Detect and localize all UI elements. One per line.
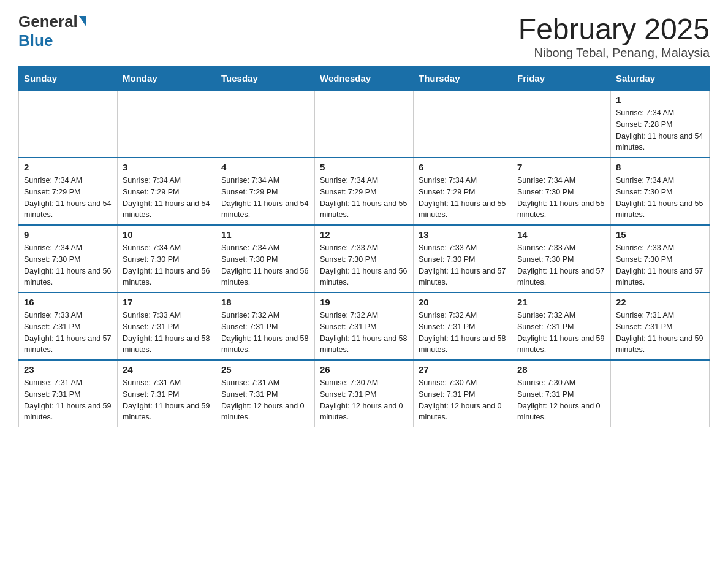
sun-info: Sunrise: 7:32 AMSunset: 7:31 PMDaylight:… bbox=[419, 310, 507, 356]
calendar-cell: 25Sunrise: 7:31 AMSunset: 7:31 PMDayligh… bbox=[216, 360, 315, 427]
calendar-cell: 14Sunrise: 7:33 AMSunset: 7:30 PMDayligh… bbox=[512, 225, 611, 293]
weekday-sunday: Sunday bbox=[19, 67, 118, 91]
weekday-friday: Friday bbox=[512, 67, 611, 91]
sun-info: Sunrise: 7:34 AMSunset: 7:29 PMDaylight:… bbox=[419, 175, 507, 221]
sun-info: Sunrise: 7:34 AMSunset: 7:30 PMDaylight:… bbox=[616, 175, 704, 221]
calendar-cell bbox=[118, 90, 216, 158]
calendar-cell: 24Sunrise: 7:31 AMSunset: 7:31 PMDayligh… bbox=[118, 360, 216, 427]
sun-info: Sunrise: 7:31 AMSunset: 7:31 PMDaylight:… bbox=[123, 377, 211, 423]
day-number: 15 bbox=[616, 229, 704, 240]
day-number: 7 bbox=[517, 162, 605, 172]
day-number: 13 bbox=[419, 229, 507, 240]
calendar-cell: 15Sunrise: 7:33 AMSunset: 7:30 PMDayligh… bbox=[611, 225, 710, 293]
day-number: 3 bbox=[123, 162, 211, 172]
sun-info: Sunrise: 7:33 AMSunset: 7:30 PMDaylight:… bbox=[419, 242, 507, 288]
calendar-cell: 18Sunrise: 7:32 AMSunset: 7:31 PMDayligh… bbox=[216, 293, 315, 360]
sun-info: Sunrise: 7:34 AMSunset: 7:28 PMDaylight:… bbox=[616, 107, 704, 153]
calendar-cell: 19Sunrise: 7:32 AMSunset: 7:31 PMDayligh… bbox=[315, 293, 414, 360]
sun-info: Sunrise: 7:33 AMSunset: 7:30 PMDaylight:… bbox=[616, 242, 704, 288]
day-number: 23 bbox=[24, 364, 112, 375]
week-row-4: 16Sunrise: 7:33 AMSunset: 7:31 PMDayligh… bbox=[19, 293, 710, 360]
day-number: 20 bbox=[419, 297, 507, 307]
calendar-cell bbox=[611, 360, 710, 427]
sun-info: Sunrise: 7:32 AMSunset: 7:31 PMDaylight:… bbox=[320, 310, 408, 356]
calendar-cell: 28Sunrise: 7:30 AMSunset: 7:31 PMDayligh… bbox=[512, 360, 611, 427]
calendar-cell: 3Sunrise: 7:34 AMSunset: 7:29 PMDaylight… bbox=[118, 158, 216, 225]
calendar-table: SundayMondayTuesdayWednesdayThursdayFrid… bbox=[18, 66, 710, 427]
sun-info: Sunrise: 7:34 AMSunset: 7:29 PMDaylight:… bbox=[24, 175, 112, 221]
calendar-cell: 21Sunrise: 7:32 AMSunset: 7:31 PMDayligh… bbox=[512, 293, 611, 360]
day-number: 8 bbox=[616, 162, 704, 172]
calendar-cell: 1Sunrise: 7:34 AMSunset: 7:28 PMDaylight… bbox=[611, 90, 710, 158]
sun-info: Sunrise: 7:31 AMSunset: 7:31 PMDaylight:… bbox=[616, 310, 704, 356]
sun-info: Sunrise: 7:31 AMSunset: 7:31 PMDaylight:… bbox=[24, 377, 112, 423]
calendar-cell: 20Sunrise: 7:32 AMSunset: 7:31 PMDayligh… bbox=[414, 293, 512, 360]
day-number: 19 bbox=[320, 297, 408, 307]
day-number: 27 bbox=[419, 364, 507, 375]
sun-info: Sunrise: 7:34 AMSunset: 7:30 PMDaylight:… bbox=[24, 242, 112, 288]
sun-info: Sunrise: 7:34 AMSunset: 7:29 PMDaylight:… bbox=[123, 175, 211, 221]
logo-general-text: General bbox=[18, 12, 86, 31]
week-row-3: 9Sunrise: 7:34 AMSunset: 7:30 PMDaylight… bbox=[19, 225, 710, 293]
calendar-cell bbox=[512, 90, 611, 158]
sun-info: Sunrise: 7:34 AMSunset: 7:30 PMDaylight:… bbox=[123, 242, 211, 288]
logo-blue-text: Blue bbox=[18, 31, 53, 50]
day-number: 14 bbox=[517, 229, 605, 240]
day-number: 11 bbox=[221, 229, 309, 240]
week-row-2: 2Sunrise: 7:34 AMSunset: 7:29 PMDaylight… bbox=[19, 158, 710, 225]
sun-info: Sunrise: 7:34 AMSunset: 7:29 PMDaylight:… bbox=[320, 175, 408, 221]
day-number: 18 bbox=[221, 297, 309, 307]
sun-info: Sunrise: 7:33 AMSunset: 7:31 PMDaylight:… bbox=[123, 310, 211, 356]
location: Nibong Tebal, Penang, Malaysia bbox=[518, 46, 710, 60]
sun-info: Sunrise: 7:32 AMSunset: 7:31 PMDaylight:… bbox=[221, 310, 309, 356]
calendar-cell: 13Sunrise: 7:33 AMSunset: 7:30 PMDayligh… bbox=[414, 225, 512, 293]
day-number: 24 bbox=[123, 364, 211, 375]
day-number: 22 bbox=[616, 297, 704, 307]
calendar-cell: 23Sunrise: 7:31 AMSunset: 7:31 PMDayligh… bbox=[19, 360, 118, 427]
sun-info: Sunrise: 7:34 AMSunset: 7:29 PMDaylight:… bbox=[221, 175, 309, 221]
weekday-tuesday: Tuesday bbox=[216, 67, 315, 91]
month-title: February 2025 bbox=[518, 12, 710, 46]
sun-info: Sunrise: 7:32 AMSunset: 7:31 PMDaylight:… bbox=[517, 310, 605, 356]
calendar-cell: 4Sunrise: 7:34 AMSunset: 7:29 PMDaylight… bbox=[216, 158, 315, 225]
sun-info: Sunrise: 7:33 AMSunset: 7:30 PMDaylight:… bbox=[517, 242, 605, 288]
day-number: 28 bbox=[517, 364, 605, 375]
day-number: 2 bbox=[24, 162, 112, 172]
calendar-cell: 11Sunrise: 7:34 AMSunset: 7:30 PMDayligh… bbox=[216, 225, 315, 293]
day-number: 6 bbox=[419, 162, 507, 172]
sun-info: Sunrise: 7:31 AMSunset: 7:31 PMDaylight:… bbox=[221, 377, 309, 423]
page-header: General Blue February 2025 Nibong Tebal,… bbox=[18, 12, 710, 60]
day-number: 1 bbox=[616, 94, 704, 105]
calendar-cell: 17Sunrise: 7:33 AMSunset: 7:31 PMDayligh… bbox=[118, 293, 216, 360]
calendar-cell: 26Sunrise: 7:30 AMSunset: 7:31 PMDayligh… bbox=[315, 360, 414, 427]
calendar-cell: 27Sunrise: 7:30 AMSunset: 7:31 PMDayligh… bbox=[414, 360, 512, 427]
weekday-saturday: Saturday bbox=[611, 67, 710, 91]
day-number: 4 bbox=[221, 162, 309, 172]
calendar-cell: 12Sunrise: 7:33 AMSunset: 7:30 PMDayligh… bbox=[315, 225, 414, 293]
calendar-cell: 10Sunrise: 7:34 AMSunset: 7:30 PMDayligh… bbox=[118, 225, 216, 293]
day-number: 21 bbox=[517, 297, 605, 307]
sun-info: Sunrise: 7:33 AMSunset: 7:31 PMDaylight:… bbox=[24, 310, 112, 356]
week-row-5: 23Sunrise: 7:31 AMSunset: 7:31 PMDayligh… bbox=[19, 360, 710, 427]
calendar-cell: 16Sunrise: 7:33 AMSunset: 7:31 PMDayligh… bbox=[19, 293, 118, 360]
day-number: 5 bbox=[320, 162, 408, 172]
calendar-cell: 9Sunrise: 7:34 AMSunset: 7:30 PMDaylight… bbox=[19, 225, 118, 293]
day-number: 16 bbox=[24, 297, 112, 307]
logo: General Blue bbox=[18, 12, 86, 50]
calendar-cell bbox=[414, 90, 512, 158]
weekday-wednesday: Wednesday bbox=[315, 67, 414, 91]
sun-info: Sunrise: 7:33 AMSunset: 7:30 PMDaylight:… bbox=[320, 242, 408, 288]
calendar-cell bbox=[19, 90, 118, 158]
day-number: 17 bbox=[123, 297, 211, 307]
sun-info: Sunrise: 7:34 AMSunset: 7:30 PMDaylight:… bbox=[517, 175, 605, 221]
weekday-thursday: Thursday bbox=[414, 67, 512, 91]
calendar-cell: 7Sunrise: 7:34 AMSunset: 7:30 PMDaylight… bbox=[512, 158, 611, 225]
day-number: 10 bbox=[123, 229, 211, 240]
day-number: 12 bbox=[320, 229, 408, 240]
logo-arrow-icon bbox=[79, 16, 86, 27]
sun-info: Sunrise: 7:34 AMSunset: 7:30 PMDaylight:… bbox=[221, 242, 309, 288]
weekday-header-row: SundayMondayTuesdayWednesdayThursdayFrid… bbox=[19, 67, 710, 91]
calendar-cell bbox=[216, 90, 315, 158]
day-number: 9 bbox=[24, 229, 112, 240]
day-number: 26 bbox=[320, 364, 408, 375]
